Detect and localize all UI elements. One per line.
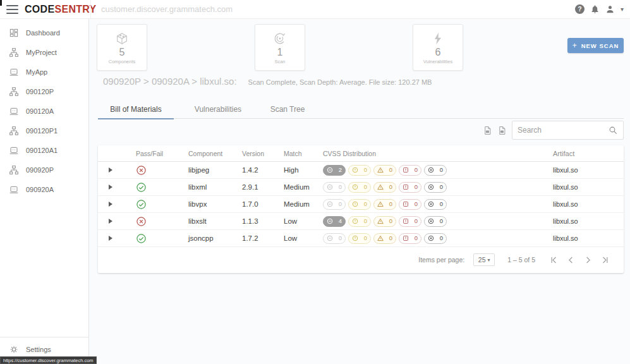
sidebar-item-label: MyProject xyxy=(26,49,57,56)
none-severity-icon xyxy=(327,184,333,190)
new-scan-button[interactable]: + NEW SCAN xyxy=(567,38,624,53)
component-name: libvpx xyxy=(177,200,237,208)
next-page-button[interactable] xyxy=(583,255,593,265)
cvss-badges: 0 0 0 0 0 xyxy=(323,182,544,193)
scan-icon xyxy=(273,31,287,46)
summary-card-scan[interactable]: 1 Scan xyxy=(255,24,305,71)
card-value: 1 xyxy=(277,47,283,58)
cvss-count: 0 xyxy=(389,201,392,207)
tab-scan-tree[interactable]: Scan Tree xyxy=(262,100,313,119)
items-per-page-value: 25 xyxy=(478,256,486,264)
components-icon xyxy=(115,31,129,46)
cvss-count: 0 xyxy=(364,184,367,190)
app-logo[interactable]: CODESENTRY xyxy=(25,4,97,15)
pass-check-icon xyxy=(136,199,147,210)
cvss-count: 0 xyxy=(415,235,418,241)
component-version: 1.4.2 xyxy=(237,166,281,174)
card-label: Components xyxy=(109,59,136,64)
help-icon[interactable]: ? xyxy=(575,4,585,14)
expand-row-icon[interactable] xyxy=(109,236,112,241)
pass-fail-cell xyxy=(123,216,177,227)
menu-icon[interactable] xyxy=(6,5,18,14)
card-label: Vulnerabilities xyxy=(423,59,452,64)
artifact-name: libxul.so xyxy=(544,183,624,191)
new-scan-label: NEW SCAN xyxy=(581,42,619,49)
component-name: libxml xyxy=(177,183,237,191)
cvss-badge-critical: 0 xyxy=(424,182,447,193)
app-icon xyxy=(8,66,19,77)
expand-row-icon[interactable] xyxy=(109,185,112,190)
account-caret-icon[interactable]: ▾ xyxy=(621,6,624,13)
sidebar-item-dashboard[interactable]: Dashboard xyxy=(0,23,88,42)
expand-row-icon[interactable] xyxy=(109,202,112,207)
table-toolbar xyxy=(98,120,624,140)
artifact-name: libxul.so xyxy=(544,234,624,242)
sidebar-item-090120a[interactable]: 090120A xyxy=(0,101,88,121)
items-per-page-select[interactable]: 25 ▾ xyxy=(473,253,495,266)
medium-severity-icon xyxy=(377,235,384,241)
artifact-name: libxul.so xyxy=(544,200,624,208)
cvss-badge-high: 0 xyxy=(399,233,421,244)
component-name: libxslt xyxy=(177,217,237,225)
sidebar-item-label: 090120P1 xyxy=(26,127,58,135)
component-version: 2.9.1 xyxy=(237,183,281,191)
tab-label: Bill of Materials xyxy=(110,105,161,114)
status-url-tooltip: https://customer.discover.grammatech.com xyxy=(0,356,97,364)
pass-fail-cell xyxy=(123,182,177,193)
table-row[interactable]: libxslt 1.1.3 Low 4 0 0 0 0 libxul.so xyxy=(98,213,624,230)
project-icon xyxy=(8,86,19,97)
sidebar-item-090920a[interactable]: 090920A xyxy=(0,179,88,199)
sidebar-item-label: MyApp xyxy=(26,68,47,76)
first-page-button[interactable] xyxy=(549,255,559,265)
cvss-count: 0 xyxy=(389,167,392,173)
table-row[interactable]: libvpx 1.7.0 Medium 0 0 0 0 0 libxul.so xyxy=(98,196,624,213)
table-row[interactable]: jsoncpp 1.7.2 Low 0 0 0 0 0 libxul.so xyxy=(98,230,624,247)
cvss-count: 0 xyxy=(415,184,418,190)
cvss-count: 0 xyxy=(339,201,342,207)
cvss-count: 0 xyxy=(339,235,342,241)
sidebar-item-090920p[interactable]: 090920P xyxy=(0,160,88,179)
notifications-icon[interactable] xyxy=(590,4,600,14)
pass-check-icon xyxy=(136,233,147,244)
high-severity-icon xyxy=(403,184,409,190)
sidebar-item-090120p1[interactable]: 090120P1 xyxy=(0,121,88,140)
sidebar-item-090120p[interactable]: 090120P xyxy=(0,82,88,101)
summary-card-components[interactable]: 5 Components xyxy=(97,24,147,71)
sidebar-item-myproject[interactable]: MyProject xyxy=(0,42,88,62)
column-header-match: Match xyxy=(281,150,323,157)
table-row[interactable]: libxml 2.9.1 Medium 0 0 0 0 0 libxul.so xyxy=(98,179,624,196)
cvss-badge-medium: 0 xyxy=(373,216,396,227)
sidebar-item-label: 090120P xyxy=(26,88,54,95)
tab-bill-of-materials[interactable]: Bill of Materials xyxy=(98,100,174,119)
topbar-divider xyxy=(90,0,91,18)
sidebar-item-myapp[interactable]: MyApp xyxy=(0,62,88,82)
table-header-row: Pass/Fail Component Version Match CVSS D… xyxy=(98,145,624,162)
pass-fail-cell xyxy=(123,233,177,244)
tab-vulnerabilities[interactable]: Vulnerabilities xyxy=(174,100,262,119)
cvss-badge-high: 0 xyxy=(399,216,421,227)
caret-down-icon: ▾ xyxy=(488,257,490,263)
search-icon[interactable] xyxy=(608,125,618,135)
last-page-button[interactable] xyxy=(600,255,610,265)
expand-row-icon[interactable] xyxy=(109,219,112,224)
previous-page-button[interactable] xyxy=(566,255,576,265)
expand-row-icon[interactable] xyxy=(109,167,112,173)
table-row[interactable]: libjpeg 1.4.2 High 2 0 0 0 0 libxul.so xyxy=(98,162,624,179)
account-icon[interactable] xyxy=(605,4,615,14)
match-level: Low xyxy=(281,217,323,225)
component-version: 1.7.0 xyxy=(237,200,281,208)
cvss-badge-medium: 0 xyxy=(373,165,396,176)
cvss-badges: 2 0 0 0 0 xyxy=(323,165,544,176)
cvss-badge-low: 0 xyxy=(348,199,371,210)
cvss-badge-none: 0 xyxy=(323,233,346,244)
cvss-count: 0 xyxy=(364,235,367,241)
pagination-controls xyxy=(549,255,610,265)
export-csv-icon[interactable] xyxy=(483,126,492,135)
cvss-count: 0 xyxy=(364,167,367,173)
summary-card-vulnerabilities[interactable]: 6 Vulnerabilities xyxy=(413,24,463,71)
export-pdf-icon[interactable] xyxy=(497,126,507,135)
app-icon xyxy=(8,184,19,195)
sidebar-item-090120a1[interactable]: 090120A1 xyxy=(0,140,88,160)
page-range-label: 1 – 5 of 5 xyxy=(507,256,535,264)
search-input[interactable] xyxy=(518,126,608,135)
